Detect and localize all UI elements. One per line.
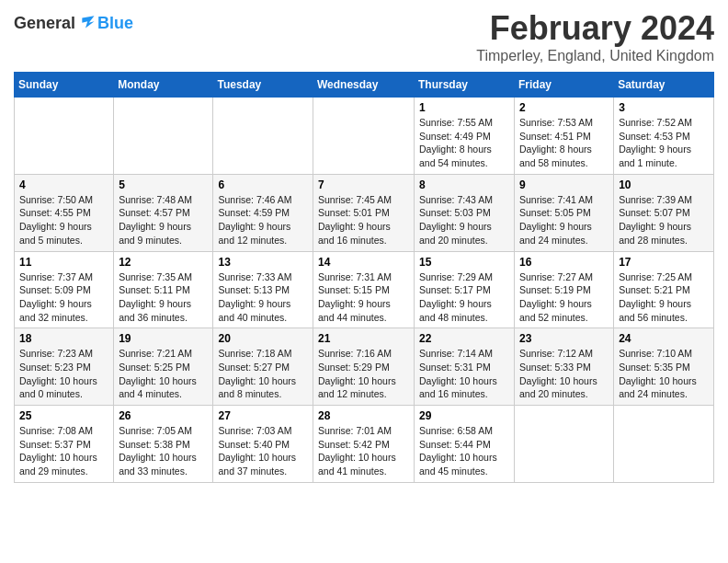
calendar-cell: 18Sunrise: 7:23 AM Sunset: 5:23 PM Dayli…: [15, 328, 114, 406]
col-header-sunday: Sunday: [15, 73, 114, 98]
calendar-cell: [313, 98, 415, 175]
day-info: Sunrise: 7:03 AM Sunset: 5:40 PM Dayligh…: [218, 424, 308, 478]
calendar-cell: 26Sunrise: 7:05 AM Sunset: 5:38 PM Dayli…: [114, 406, 213, 483]
day-info: Sunrise: 7:14 AM Sunset: 5:31 PM Dayligh…: [419, 347, 509, 401]
col-header-monday: Monday: [114, 73, 213, 98]
logo-bird-icon: [75, 13, 96, 33]
day-number: 22: [419, 332, 509, 345]
day-number: 2: [519, 101, 609, 114]
calendar-cell: 9Sunrise: 7:41 AM Sunset: 5:05 PM Daylig…: [515, 174, 614, 251]
day-number: 24: [619, 332, 709, 345]
day-info: Sunrise: 6:58 AM Sunset: 5:44 PM Dayligh…: [419, 424, 509, 478]
calendar-cell: 8Sunrise: 7:43 AM Sunset: 5:03 PM Daylig…: [415, 174, 515, 251]
page-header: General Blue February 2024 Timperley, En…: [14, 9, 714, 64]
calendar-header-row: SundayMondayTuesdayWednesdayThursdayFrid…: [15, 73, 714, 98]
day-info: Sunrise: 7:29 AM Sunset: 5:17 PM Dayligh…: [419, 270, 509, 325]
calendar-cell: 12Sunrise: 7:35 AM Sunset: 5:11 PM Dayli…: [114, 251, 213, 328]
title-block: February 2024 Timperley, England, United…: [476, 9, 714, 64]
day-number: 10: [619, 178, 709, 191]
calendar-cell: 2Sunrise: 7:53 AM Sunset: 4:51 PM Daylig…: [515, 98, 614, 175]
day-number: 7: [318, 178, 409, 191]
day-number: 29: [419, 409, 509, 422]
day-info: Sunrise: 7:12 AM Sunset: 5:33 PM Dayligh…: [519, 347, 609, 401]
calendar-cell: 4Sunrise: 7:50 AM Sunset: 4:55 PM Daylig…: [15, 174, 114, 251]
calendar-cell: 28Sunrise: 7:01 AM Sunset: 5:42 PM Dayli…: [313, 406, 415, 483]
day-number: 13: [218, 256, 308, 269]
calendar-cell: [614, 406, 714, 483]
logo-text-blue: Blue: [97, 14, 133, 32]
calendar-cell: 27Sunrise: 7:03 AM Sunset: 5:40 PM Dayli…: [213, 406, 313, 483]
svg-marker-0: [82, 16, 94, 28]
calendar-cell: 14Sunrise: 7:31 AM Sunset: 5:15 PM Dayli…: [313, 251, 415, 328]
calendar-cell: 17Sunrise: 7:25 AM Sunset: 5:21 PM Dayli…: [614, 251, 714, 328]
logo-text-general: General: [14, 14, 75, 33]
calendar-cell: [114, 98, 213, 175]
day-number: 9: [519, 178, 609, 191]
day-info: Sunrise: 7:53 AM Sunset: 4:51 PM Dayligh…: [519, 116, 609, 170]
col-header-wednesday: Wednesday: [313, 73, 415, 98]
day-info: Sunrise: 7:45 AM Sunset: 5:01 PM Dayligh…: [318, 193, 409, 247]
day-info: Sunrise: 7:08 AM Sunset: 5:37 PM Dayligh…: [19, 424, 108, 478]
day-number: 19: [119, 332, 208, 345]
day-number: 28: [318, 409, 409, 422]
calendar-cell: 19Sunrise: 7:21 AM Sunset: 5:25 PM Dayli…: [114, 328, 213, 406]
day-info: Sunrise: 7:41 AM Sunset: 5:05 PM Dayligh…: [519, 193, 609, 247]
week-row-3: 11Sunrise: 7:37 AM Sunset: 5:09 PM Dayli…: [15, 251, 714, 328]
day-info: Sunrise: 7:35 AM Sunset: 5:11 PM Dayligh…: [119, 270, 208, 325]
logo: General Blue: [14, 13, 133, 33]
calendar-cell: 25Sunrise: 7:08 AM Sunset: 5:37 PM Dayli…: [15, 406, 114, 483]
day-info: Sunrise: 7:18 AM Sunset: 5:27 PM Dayligh…: [218, 347, 308, 401]
day-number: 26: [119, 409, 208, 422]
day-info: Sunrise: 7:46 AM Sunset: 4:59 PM Dayligh…: [218, 193, 308, 247]
day-number: 6: [218, 178, 308, 191]
day-info: Sunrise: 7:33 AM Sunset: 5:13 PM Dayligh…: [218, 270, 308, 325]
day-info: Sunrise: 7:10 AM Sunset: 5:35 PM Dayligh…: [619, 347, 709, 401]
calendar-cell: 24Sunrise: 7:10 AM Sunset: 5:35 PM Dayli…: [614, 328, 714, 406]
day-info: Sunrise: 7:37 AM Sunset: 5:09 PM Dayligh…: [19, 270, 108, 325]
day-info: Sunrise: 7:48 AM Sunset: 4:57 PM Dayligh…: [119, 193, 208, 247]
calendar-cell: 16Sunrise: 7:27 AM Sunset: 5:19 PM Dayli…: [515, 251, 614, 328]
col-header-tuesday: Tuesday: [213, 73, 313, 98]
day-number: 4: [19, 178, 108, 191]
day-number: 8: [419, 178, 509, 191]
calendar-cell: 6Sunrise: 7:46 AM Sunset: 4:59 PM Daylig…: [213, 174, 313, 251]
week-row-4: 18Sunrise: 7:23 AM Sunset: 5:23 PM Dayli…: [15, 328, 714, 406]
day-info: Sunrise: 7:39 AM Sunset: 5:07 PM Dayligh…: [619, 193, 709, 247]
day-number: 23: [519, 332, 609, 345]
calendar-cell: 29Sunrise: 6:58 AM Sunset: 5:44 PM Dayli…: [415, 406, 515, 483]
calendar-cell: [213, 98, 313, 175]
day-info: Sunrise: 7:25 AM Sunset: 5:21 PM Dayligh…: [619, 270, 709, 325]
calendar-cell: 3Sunrise: 7:52 AM Sunset: 4:53 PM Daylig…: [614, 98, 714, 175]
col-header-thursday: Thursday: [415, 73, 515, 98]
day-number: 25: [19, 409, 108, 422]
day-info: Sunrise: 7:16 AM Sunset: 5:29 PM Dayligh…: [318, 347, 409, 401]
day-number: 5: [119, 178, 208, 191]
calendar-cell: 15Sunrise: 7:29 AM Sunset: 5:17 PM Dayli…: [415, 251, 515, 328]
subtitle: Timperley, England, United Kingdom: [476, 48, 714, 64]
day-info: Sunrise: 7:01 AM Sunset: 5:42 PM Dayligh…: [318, 424, 409, 478]
calendar-cell: 21Sunrise: 7:16 AM Sunset: 5:29 PM Dayli…: [313, 328, 415, 406]
calendar-cell: 23Sunrise: 7:12 AM Sunset: 5:33 PM Dayli…: [515, 328, 614, 406]
day-number: 15: [419, 256, 509, 269]
day-number: 16: [519, 256, 609, 269]
week-row-1: 1Sunrise: 7:55 AM Sunset: 4:49 PM Daylig…: [15, 98, 714, 175]
day-number: 12: [119, 256, 208, 269]
calendar-cell: 10Sunrise: 7:39 AM Sunset: 5:07 PM Dayli…: [614, 174, 714, 251]
col-header-saturday: Saturday: [614, 73, 714, 98]
day-info: Sunrise: 7:31 AM Sunset: 5:15 PM Dayligh…: [318, 270, 409, 325]
calendar-cell: 13Sunrise: 7:33 AM Sunset: 5:13 PM Dayli…: [213, 251, 313, 328]
day-number: 1: [419, 101, 509, 114]
calendar-cell: 20Sunrise: 7:18 AM Sunset: 5:27 PM Dayli…: [213, 328, 313, 406]
calendar-cell: 5Sunrise: 7:48 AM Sunset: 4:57 PM Daylig…: [114, 174, 213, 251]
day-info: Sunrise: 7:21 AM Sunset: 5:25 PM Dayligh…: [119, 347, 208, 401]
day-number: 27: [218, 409, 308, 422]
day-number: 17: [619, 256, 709, 269]
week-row-5: 25Sunrise: 7:08 AM Sunset: 5:37 PM Dayli…: [15, 406, 714, 483]
calendar-table: SundayMondayTuesdayWednesdayThursdayFrid…: [14, 72, 714, 483]
main-title: February 2024: [476, 9, 714, 48]
day-info: Sunrise: 7:05 AM Sunset: 5:38 PM Dayligh…: [119, 424, 208, 478]
day-number: 14: [318, 256, 409, 269]
day-number: 21: [318, 332, 409, 345]
day-number: 20: [218, 332, 308, 345]
day-info: Sunrise: 7:43 AM Sunset: 5:03 PM Dayligh…: [419, 193, 509, 247]
